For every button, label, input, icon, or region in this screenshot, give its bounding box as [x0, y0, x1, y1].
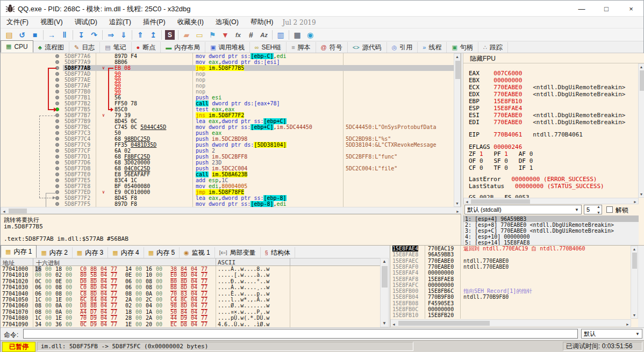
scroll-down-arrow[interactable]: ▼: [381, 320, 388, 326]
instruction-dot[interactable]: [55, 54, 59, 58]
maximize-button[interactable]: □: [594, 1, 619, 17]
stack-row[interactable]: 15E8FB0C00000000: [390, 306, 638, 312]
dump-byte[interactable]: 00: [45, 284, 52, 290]
flag-value[interactable]: 1: [480, 150, 494, 157]
flag-value[interactable]: 1: [529, 164, 544, 171]
stack-row[interactable]: 15E8FAF0770EABE0ntdll.770EABE0: [390, 264, 638, 270]
dump-row[interactable]: 7704107008000A00A4D7047718001A0050840477…: [1, 309, 380, 315]
registers-h-scrollbar[interactable]: ◄ ►: [463, 198, 639, 204]
scroll-thumb[interactable]: [640, 70, 644, 91]
disasm-row[interactable]: 5D8F77B98D45 0Clea eax,dword ptr ss:[ebp…: [1, 118, 461, 124]
dump-byte[interactable]: 00: [45, 297, 52, 303]
instruction-dot[interactable]: [55, 149, 59, 153]
minimize-button[interactable]: —: [569, 1, 594, 17]
tab-dump-1[interactable]: ▦内存 1: [1, 245, 37, 258]
internet-icon[interactable]: ◉: [304, 29, 317, 41]
dump-byte[interactable]: 00: [66, 303, 72, 308]
menu-plugins[interactable]: 插件(P): [137, 16, 171, 28]
scroll-down-arrow[interactable]: ▼: [631, 312, 638, 318]
dump-byte[interactable]: 00: [45, 291, 52, 297]
disasm-row[interactable]: 5D8F77F28D45 F8lea eax,dword ptr ss:[ebp…: [1, 195, 461, 201]
dump-byte[interactable]: 06: [35, 291, 41, 297]
disassembly-panel[interactable]: 5D8F77A6897D F4mov dword ptr ss:[ebp-C],…: [1, 53, 461, 207]
dump-byte[interactable]: 00: [66, 272, 72, 278]
disasm-v-scrollbar[interactable]: ▲▼: [454, 53, 461, 207]
instruction-dot[interactable]: [55, 125, 59, 129]
scroll-left-arrow[interactable]: ◄: [465, 199, 469, 205]
tab-dump-2[interactable]: ▦内存 2: [37, 247, 72, 258]
execute-till-return-icon[interactable]: ⇒: [104, 29, 117, 41]
register-value[interactable]: 770B4061: [493, 131, 522, 138]
dump-byte[interactable]: 0E: [125, 272, 132, 278]
instruction-dot[interactable]: [55, 202, 59, 206]
dump-byte[interactable]: 00: [66, 291, 72, 297]
dump-byte[interactable]: 00: [66, 297, 72, 303]
tab-seh[interactable]: ∞SEH链: [250, 42, 287, 53]
instruction-dot[interactable]: [55, 143, 59, 147]
flag-value[interactable]: 0: [529, 157, 544, 164]
dump-row[interactable]: 770410501C001E006C8404772A002C00C48C0477…: [1, 297, 380, 303]
dump-byte[interactable]: 1C: [35, 297, 41, 303]
register-value[interactable]: 770EABE0: [493, 112, 522, 119]
scroll-thumb[interactable]: [398, 321, 490, 326]
dump-row[interactable]: 7704101000000200805B04770E001000E08D0477…: [1, 272, 380, 278]
dump-byte[interactable]: 36: [55, 321, 62, 327]
flag-value[interactable]: 0: [504, 164, 519, 171]
disasm-row[interactable]: 5D8F77E583C4 1Cadd esp,1C: [1, 177, 461, 183]
dump-byte[interactable]: 16: [146, 266, 152, 272]
calling-convention-select[interactable]: 默认 (stdcall)▼: [464, 205, 582, 214]
dump-row[interactable]: 770410801C001E0070D9047728002A0044D90477…: [1, 315, 380, 321]
scroll-thumb[interactable]: [382, 266, 388, 288]
disasm-row[interactable]: 5D8F77E8BF 05400080mov edi,80004005: [1, 183, 461, 189]
disasm-row[interactable]: 5D8F77B156push esi: [1, 95, 461, 100]
tab-notes[interactable]: ▤笔记: [100, 42, 131, 53]
close-button[interactable]: ×: [619, 1, 643, 17]
stack-row[interactable]: 15E8FB08F45905E3: [390, 300, 638, 306]
stepper-up-icon[interactable]: ▲: [597, 205, 600, 209]
dump-byte[interactable]: 34: [35, 321, 41, 327]
tab-call-stack[interactable]: ▣调用堆栈: [205, 42, 249, 53]
flag-value[interactable]: 1: [504, 150, 519, 157]
source-view-icon[interactable]: ▥: [274, 29, 287, 41]
menu-debug[interactable]: 调试(D): [69, 16, 103, 28]
dump-byte[interactable]: 00: [156, 315, 162, 321]
dump-byte[interactable]: 16: [35, 266, 41, 272]
dump-byte[interactable]: 2C: [146, 297, 152, 303]
dump-byte[interactable]: 00: [45, 321, 52, 327]
tab-dump-3[interactable]: ▦内存 3: [73, 247, 108, 258]
dump-byte[interactable]: 0E: [55, 278, 62, 284]
tab-handles[interactable]: ▣句柄: [447, 42, 478, 53]
tab-graph[interactable]: ♣流程图: [33, 42, 69, 53]
register-value[interactable]: 00000246: [493, 143, 522, 150]
instruction-dot[interactable]: [55, 184, 59, 188]
disasm-row[interactable]: ∨5D8F77ABEB 08jmp im.5D8F77B5: [1, 65, 461, 71]
instruction-dot[interactable]: [55, 119, 59, 123]
disasm-h-scrollbar[interactable]: ◄ ►: [1, 207, 461, 214]
dump-byte[interactable]: 08: [55, 284, 62, 290]
instruction-dot[interactable]: [55, 113, 59, 117]
stepper-down-icon[interactable]: ▼: [597, 211, 600, 214]
run-icon[interactable]: →: [45, 29, 58, 41]
dump-byte[interactable]: 00: [156, 303, 162, 308]
stack-row[interactable]: 15E8FAF815E8FAE8: [390, 276, 638, 282]
memory-dump-panel[interactable]: 7704100016001800C08B04771400160038840477…: [1, 266, 380, 327]
flag-value[interactable]: 0: [529, 150, 544, 157]
bookmarks-icon[interactable]: ▼: [219, 29, 232, 41]
menu-help[interactable]: 帮助(H): [245, 16, 279, 28]
register-value[interactable]: 15E8FAE4: [493, 105, 522, 112]
dump-byte[interactable]: 1E: [125, 321, 132, 327]
stack-panel[interactable]: 15E8FAE4770EAC19返回到 ntdll.770EAC19 自 ntd…: [390, 246, 638, 327]
tab-dump-4[interactable]: ▦内存 4: [108, 247, 144, 258]
arg-count-stepper[interactable]: 5 ▲ ▼: [584, 205, 602, 214]
hash-icon[interactable]: #: [245, 29, 257, 41]
disasm-row[interactable]: 5D8F77BCC745 0C 5044C45Dmov dword ptr ss…: [1, 124, 461, 130]
tab-references[interactable]: ◎引用: [387, 42, 418, 53]
tab-log[interactable]: ✎日志: [69, 42, 100, 53]
menu-options[interactable]: 选项(O): [210, 16, 245, 28]
tab-locals[interactable]: [x=]局部变量: [215, 247, 261, 258]
dump-byte[interactable]: 00: [66, 315, 72, 321]
flag-value[interactable]: 0: [480, 164, 494, 171]
dump-v-scrollbar[interactable]: ▲ ▼: [380, 258, 389, 327]
dump-row[interactable]: 7704103006000800C08D047706000800B88D0477…: [1, 284, 380, 290]
register-value[interactable]: 00000000: [493, 77, 522, 84]
